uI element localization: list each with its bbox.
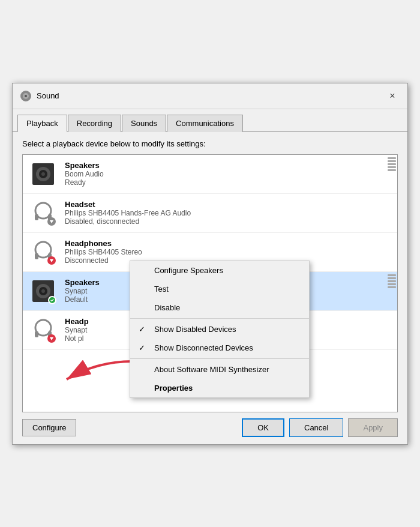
device-info-headset: Headset Philips SHB4405 Hands-Free AG Au… — [65, 200, 391, 226]
ctx-show-disabled[interactable]: Show Disabled Devices — [130, 320, 309, 339]
svg-rect-22 — [35, 331, 38, 337]
cancel-button[interactable]: Cancel — [289, 418, 343, 437]
device-name: Speakers — [65, 161, 391, 170]
title-bar: Sound × — [13, 83, 407, 109]
svg-rect-13 — [35, 253, 38, 259]
ctx-properties[interactable]: Properties — [130, 379, 309, 397]
svg-point-20 — [41, 289, 45, 293]
checkmark-icon — [50, 298, 55, 303]
configure-button[interactable]: Configure — [22, 419, 76, 436]
ok-cancel-apply: OK Cancel Apply — [242, 418, 398, 437]
ok-button[interactable]: OK — [242, 418, 284, 437]
device-icon-speakers-boom — [29, 160, 58, 188]
device-item-headset[interactable]: Headset Philips SHB4405 Hands-Free AG Au… — [23, 194, 397, 233]
tab-recording[interactable]: Recording — [68, 115, 121, 132]
device-item-speakers-boom[interactable]: Speakers Boom Audio Ready — [23, 155, 397, 194]
sound-dialog: Sound × Playback Recording Sounds Commun… — [12, 83, 408, 445]
down-arrow-red-icon-2 — [47, 334, 56, 343]
buttons-row: Configure OK Cancel Apply — [22, 418, 398, 437]
ctx-test[interactable]: Test — [130, 280, 309, 298]
scrollbar-indicator — [388, 157, 396, 171]
ctx-about-midi[interactable]: About Software MIDI Synthesizer — [130, 360, 309, 379]
down-arrow-icon — [47, 217, 56, 226]
sound-title-icon — [20, 90, 32, 102]
tab-sounds[interactable]: Sounds — [122, 115, 166, 132]
svg-point-6 — [41, 172, 45, 176]
window-title: Sound — [37, 91, 59, 100]
instructions-text: Select a playback device below to modify… — [22, 139, 398, 148]
device-name: Headset — [65, 200, 391, 209]
device-status: Ready — [65, 178, 391, 187]
green-badge — [48, 296, 56, 304]
speaker-icon — [30, 161, 56, 187]
tabs-container: Playback Recording Sounds Communications — [13, 109, 407, 131]
context-menu: Configure Speakers Test Disable Show Dis… — [130, 260, 310, 398]
device-icon-headphones — [29, 238, 58, 267]
scrollbar-indicator-2 — [388, 274, 396, 288]
device-icon-speakers-default — [29, 277, 58, 306]
device-name: Headphones — [65, 239, 391, 248]
ctx-divider-2 — [130, 358, 309, 359]
device-desc: Boom Audio — [65, 170, 391, 178]
device-icon-headp — [29, 316, 58, 345]
tab-playback[interactable]: Playback — [17, 115, 67, 132]
ctx-configure-speakers[interactable]: Configure Speakers — [130, 261, 309, 280]
ctx-show-disconnected[interactable]: Show Disconnected Devices — [130, 339, 309, 357]
ctx-divider-1 — [130, 318, 309, 319]
down-arrow-red-icon — [47, 256, 56, 265]
svg-rect-8 — [35, 214, 38, 220]
ctx-disable[interactable]: Disable — [130, 298, 309, 317]
svg-point-2 — [25, 95, 27, 97]
device-status: Disabled, disconnected — [65, 217, 391, 226]
dialog-body: Select a playback device below to modify… — [13, 131, 407, 444]
close-button[interactable]: × — [385, 88, 400, 104]
device-desc: Philips SHB4405 Stereo — [65, 248, 391, 256]
apply-button[interactable]: Apply — [348, 418, 398, 437]
tab-communications[interactable]: Communications — [167, 115, 243, 132]
device-icon-headset — [29, 199, 58, 227]
device-desc: Philips SHB4405 Hands-Free AG Audio — [65, 209, 391, 217]
title-bar-left: Sound — [20, 90, 59, 102]
device-info-speakers-boom: Speakers Boom Audio Ready — [65, 161, 391, 187]
